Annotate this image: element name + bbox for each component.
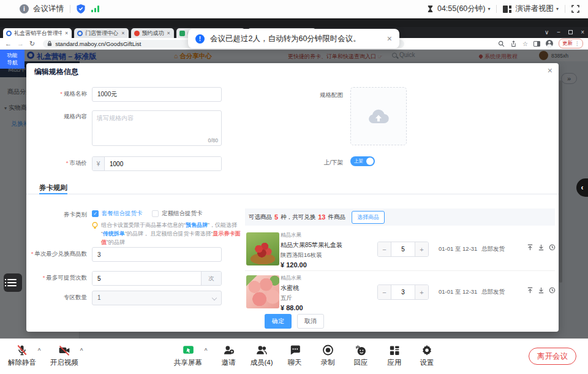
network-signal-icon[interactable] [91, 6, 99, 12]
product-image-apples [246, 232, 279, 265]
product-subtitle: 五斤 [281, 294, 303, 302]
view-dropdown-icon[interactable]: ▾ [556, 6, 559, 12]
members-button[interactable]: 成员(4) [250, 343, 273, 367]
video-options-icon[interactable]: ^ [80, 348, 83, 354]
time-setting-icon[interactable] [549, 287, 556, 294]
mic-muted-icon [8, 343, 36, 357]
forward-icon[interactable]: → [17, 40, 24, 47]
window-maximize-icon[interactable] [568, 30, 573, 34]
spec-content-textarea[interactable] [92, 111, 221, 145]
browser-menu-icon[interactable]: ⋮ [575, 41, 579, 47]
move-to-bottom-icon[interactable] [538, 287, 545, 294]
side-panel-icon[interactable] [533, 41, 540, 47]
browser-title-strip [0, 18, 588, 27]
meeting-info-icon[interactable]: i [20, 4, 29, 13]
quantity-input[interactable] [391, 242, 415, 256]
tab-search-icon[interactable]: ∨ [545, 29, 549, 36]
browser-update-button[interactable]: 更新 ⋮ [559, 39, 583, 48]
share-options-icon[interactable]: ^ [205, 348, 208, 354]
plus-button[interactable]: + [415, 242, 428, 256]
settings-button[interactable]: 设置 [420, 343, 434, 367]
unmute-button[interactable]: 解除静音 [8, 343, 36, 367]
toast-close-icon[interactable]: × [387, 34, 392, 44]
camera-off-icon [50, 343, 78, 357]
confirm-button[interactable]: 确定 [265, 314, 292, 329]
products-summary-band: 可选商品 5 种，共可兑换 13 件商品 选择商品 [245, 208, 555, 226]
move-to-bottom-icon[interactable] [538, 244, 545, 251]
time-setting-icon[interactable] [549, 244, 556, 251]
selectable-count: 5 [274, 213, 278, 221]
browser-tab[interactable]: 门店管理中心 × [74, 28, 128, 38]
unit-suffix: 次 [201, 272, 221, 285]
share-screen-button[interactable]: 共享屏幕 [174, 343, 202, 367]
market-price-input[interactable] [105, 157, 221, 170]
spec-name-input[interactable] [92, 87, 222, 102]
minus-button[interactable]: − [378, 285, 391, 299]
product-name: 水蜜桃 [281, 284, 303, 292]
chat-icon [288, 343, 302, 357]
shield-check-icon[interactable] [77, 4, 85, 13]
invite-button[interactable]: 邀请 [222, 343, 236, 367]
checkbox-combo-card[interactable]: ✓ 套餐组合提货卡 [92, 210, 143, 218]
timer-dropdown-icon[interactable]: ▾ [488, 6, 490, 12]
meeting-details-label[interactable]: 会议详情 [33, 4, 64, 14]
mic-options-icon[interactable]: ^ [38, 348, 41, 354]
lock-icon [47, 40, 52, 47]
plus-button[interactable]: + [415, 285, 428, 299]
record-button[interactable]: 录制 [321, 343, 335, 367]
minus-button[interactable]: − [378, 242, 391, 256]
min-exchange-input[interactable] [92, 247, 222, 262]
tab-close-icon[interactable]: × [64, 30, 69, 36]
apps-button[interactable]: 应用 [388, 343, 402, 367]
nav-box[interactable]: 功能 导航 [0, 50, 24, 69]
start-video-button[interactable]: 开启视频 [50, 343, 78, 367]
divider [70, 5, 70, 13]
browser-tab[interactable]: 预约成功 × [131, 28, 174, 38]
move-to-top-icon[interactable] [527, 287, 533, 294]
checkbox-checked-icon[interactable]: ✓ [92, 210, 99, 217]
gear-icon [420, 343, 434, 357]
checkbox-fixed-card[interactable]: 定额组合提货卡 [152, 210, 203, 218]
cloud-upload-icon [368, 109, 389, 124]
reactions-button[interactable]: 回应 [354, 343, 368, 367]
cancel-button[interactable]: 取消 [297, 314, 324, 329]
product-name: 精品大果85苹果礼盒装 [281, 241, 342, 250]
toggle-knob [366, 158, 374, 165]
quantity-input[interactable] [391, 285, 415, 299]
view-mode-label[interactable]: 演讲者视图 [515, 4, 554, 14]
toggle-state-label: 上架 [354, 158, 363, 165]
tab-close-icon[interactable]: × [121, 30, 125, 36]
select-products-button[interactable]: 选择商品 [352, 211, 385, 224]
product-price: ¥ 88.00 [281, 304, 303, 311]
window-minimize-icon[interactable]: − [557, 29, 560, 36]
quantity-stepper: − + [377, 284, 429, 300]
fullscreen-icon[interactable] [571, 5, 579, 13]
spec-content-field: 0/80 [92, 110, 222, 146]
share-icon[interactable] [510, 40, 517, 47]
max-pickup-label: *最多可提货次数 [26, 274, 87, 282]
delivery-label: 总部发货 [481, 245, 505, 253]
image-upload-box[interactable] [350, 87, 407, 145]
bookmark-star-icon[interactable]: ☆ [522, 40, 528, 47]
annotation-tools-button[interactable] [4, 273, 22, 292]
checkbox-unchecked-icon[interactable] [152, 210, 159, 217]
zone-count-select[interactable]: 1 [92, 291, 222, 305]
back-icon[interactable]: ← [5, 40, 12, 47]
shelf-toggle[interactable]: 上架 [350, 156, 375, 166]
max-pickup-input[interactable] [92, 272, 201, 285]
browser-profile-avatar[interactable] [546, 40, 553, 47]
move-to-top-icon[interactable] [527, 244, 533, 251]
browser-tab-active[interactable]: 礼盒营销平台管理中心 × [3, 28, 72, 38]
tab-close-icon[interactable]: × [167, 30, 171, 36]
leave-meeting-button[interactable]: 离开会议 [529, 348, 576, 365]
market-price-field: ¥ [92, 156, 222, 171]
zoom-icon[interactable] [498, 40, 505, 47]
window-close-icon[interactable]: × [581, 29, 584, 36]
chat-button[interactable]: 聊天 [288, 343, 302, 367]
admin-page: 礼盒营销 – 标准版 ⌂ 合分享中心 更快捷的券卡、订单和快递查询入口 ☞ Qu… [0, 50, 588, 338]
reload-icon[interactable]: ↻ [29, 40, 35, 48]
modal-close-icon[interactable]: × [548, 66, 552, 75]
spec-content-label: 规格内容 [26, 113, 87, 121]
tab-card-rules[interactable]: 券卡规则 [39, 183, 67, 193]
shelf-label: 上/下架 [290, 159, 343, 167]
